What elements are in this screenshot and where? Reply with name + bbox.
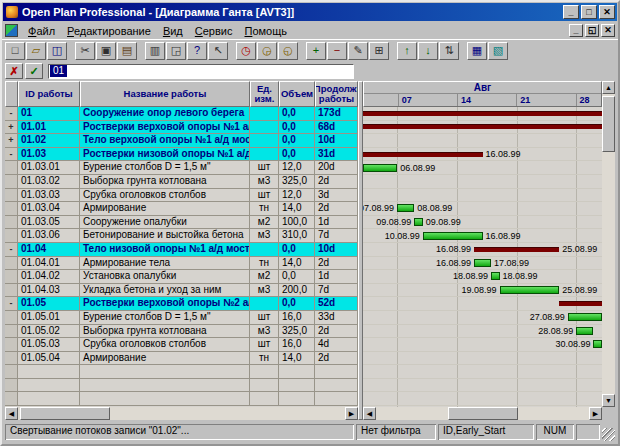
cell-expand[interactable]: - — [5, 148, 18, 162]
cell-expand[interactable]: - — [5, 297, 18, 311]
table-row[interactable]: -01Сооружение опор левого берега0,0173d — [5, 107, 358, 121]
gantt-bar[interactable] — [414, 218, 423, 226]
table-row[interactable]: -01.04Тело низовой опоры №1 а/д моста0,0… — [5, 243, 358, 257]
print-preview-button[interactable]: ◲ — [166, 42, 186, 60]
minimize-button[interactable]: _ — [563, 5, 579, 19]
table-row[interactable] — [5, 379, 358, 393]
column-header-unit[interactable]: Ед. изм. — [250, 81, 279, 107]
gantt-bar[interactable] — [474, 247, 559, 252]
table-row[interactable]: 01.04.01Армирование телатн14,02d — [5, 257, 358, 271]
menu-item-2[interactable]: Вид — [157, 24, 189, 38]
delete-activity-button[interactable]: − — [327, 42, 347, 60]
gantt-hscroll-track[interactable] — [376, 407, 589, 420]
gantt-hscroll-thumb[interactable] — [448, 407, 518, 420]
add-activity-button[interactable]: + — [306, 42, 326, 60]
menu-item-3[interactable]: Сервис — [189, 24, 239, 38]
time-analysis-button[interactable]: ◷ — [236, 42, 256, 60]
vscroll-track[interactable] — [602, 94, 615, 394]
new-file-button[interactable]: □ — [5, 42, 25, 60]
baseline-clock-button[interactable]: ◵ — [278, 42, 298, 60]
menu-item-1[interactable]: Редактирование — [61, 24, 157, 38]
scroll-up-arrow[interactable]: ▲ — [602, 81, 615, 94]
vscroll-thumb[interactable] — [602, 96, 615, 152]
table-horizontal-scrollbar[interactable]: ◀ ▶ — [5, 407, 358, 420]
table-row[interactable]: 01.03.01Бурение столбов D = 1,5 м"шт12,0… — [5, 161, 358, 175]
maximize-button[interactable]: □ — [581, 5, 597, 19]
column-header-name[interactable]: Название работы — [80, 81, 250, 107]
gantt-view-button[interactable]: ▦ — [467, 42, 487, 60]
column-header-id[interactable]: ID работы — [18, 81, 80, 107]
table-row[interactable]: 01.03.04Армированиетн14,02d — [5, 202, 358, 216]
scroll-down-arrow[interactable]: ▼ — [602, 394, 615, 407]
gantt-bar[interactable] — [576, 327, 593, 335]
gantt-bar[interactable] — [559, 301, 602, 306]
table-row[interactable]: 01.05.02Выборка грунта котлованам3325,02… — [5, 325, 358, 339]
vertical-scrollbar[interactable]: ▲ ▼ — [602, 81, 615, 420]
cell-expand[interactable]: - — [5, 107, 18, 121]
menu-item-0[interactable]: Файл — [22, 24, 61, 38]
table-hscroll-track[interactable] — [18, 407, 345, 420]
scroll-left-arrow[interactable]: ◀ — [5, 407, 18, 420]
outline-button[interactable]: ⇅ — [439, 42, 459, 60]
gantt-bar[interactable] — [363, 152, 483, 157]
print-button[interactable]: ▥ — [145, 42, 165, 60]
table-row[interactable]: 01.04.03Укладка бетона и уход за нимм320… — [5, 284, 358, 298]
gantt-bar[interactable] — [363, 111, 602, 116]
table-row[interactable] — [5, 365, 358, 379]
gantt-bar[interactable] — [423, 232, 483, 240]
cancel-edit-button[interactable]: ✗ — [5, 63, 23, 79]
confirm-edit-button[interactable]: ✓ — [25, 63, 43, 79]
table-row[interactable]: 01.04.02Установка опалубким20,01d — [5, 270, 358, 284]
gantt-bar[interactable] — [491, 272, 500, 280]
table-row[interactable]: -01.03Ростверки низовой опоры №1 а/д м0,… — [5, 148, 358, 162]
table-row[interactable]: 01.03.05Сооружение опалубким2100,01d — [5, 216, 358, 230]
column-header-volume[interactable]: Объем — [279, 81, 315, 107]
gantt-horizontal-scrollbar[interactable]: ◀ ▶ — [363, 407, 602, 420]
help-button[interactable]: ? — [187, 42, 207, 60]
gantt-bar[interactable] — [474, 259, 491, 267]
copy-button[interactable]: ▣ — [96, 42, 116, 60]
edit-field[interactable]: 01 — [48, 64, 354, 79]
link-activities-button[interactable]: ⊞ — [369, 42, 389, 60]
gantt-bar[interactable] — [363, 164, 397, 172]
move-up-button[interactable]: ↑ — [397, 42, 417, 60]
gantt-bar[interactable] — [397, 204, 414, 212]
table-hscroll-thumb[interactable] — [20, 407, 110, 420]
gantt-scroll-right-arrow[interactable]: ▶ — [589, 407, 602, 420]
table-row[interactable]: 01.05.01Бурение столбов D = 1,5 м"шт16,0… — [5, 311, 358, 325]
context-help-button[interactable]: ↖ — [208, 42, 228, 60]
save-file-button[interactable]: ◫ — [47, 42, 67, 60]
table-row[interactable]: 01.03.02Выборка грунта котлованам3325,02… — [5, 175, 358, 189]
table-row[interactable]: 01.03.03Срубка оголовков столбовшт12,03d — [5, 189, 358, 203]
gantt-bar[interactable] — [593, 340, 602, 348]
paste-button[interactable]: ▤ — [117, 42, 137, 60]
cut-button[interactable]: ✂ — [75, 42, 95, 60]
column-header-expand[interactable] — [5, 81, 18, 107]
close-button[interactable]: ✕ — [599, 5, 615, 19]
gantt-bar[interactable] — [363, 124, 602, 129]
gantt-bar[interactable] — [568, 313, 602, 321]
table-row[interactable]: 01.03.06Бетонирование и выстойка бетонам… — [5, 229, 358, 243]
table-row[interactable] — [5, 392, 358, 406]
open-file-button[interactable]: ▱ — [26, 42, 46, 60]
child-minimize-button[interactable]: _ — [569, 24, 583, 37]
child-close-button[interactable]: ✕ — [601, 24, 615, 37]
table-row[interactable]: +01.01Ростверки верховой опоры №1 а/д0,0… — [5, 121, 358, 135]
move-down-button[interactable]: ↓ — [418, 42, 438, 60]
gantt-scroll-left-arrow[interactable]: ◀ — [363, 407, 376, 420]
resize-grip[interactable] — [602, 428, 615, 441]
child-window-icon[interactable] — [5, 24, 18, 37]
cell-expand[interactable]: + — [5, 134, 18, 148]
gantt-bar[interactable] — [500, 286, 560, 294]
column-header-duration[interactable]: Продолж. работы — [315, 81, 358, 107]
cell-expand[interactable]: + — [5, 121, 18, 135]
table-row[interactable]: 01.05.03Срубка оголовков столбовшт16,04d — [5, 338, 358, 352]
child-restore-button[interactable]: ◱ — [585, 24, 599, 37]
table-row[interactable]: 01.05.04Армированиетн14,02d — [5, 352, 358, 366]
resource-analysis-button[interactable]: ◶ — [257, 42, 277, 60]
table-row[interactable]: -01.05Ростверки верховой опоры №2 а/д0,0… — [5, 297, 358, 311]
table-view-button[interactable]: ▧ — [488, 42, 508, 60]
edit-notes-button[interactable]: ✎ — [348, 42, 368, 60]
cell-expand[interactable]: - — [5, 243, 18, 257]
scroll-right-arrow[interactable]: ▶ — [345, 407, 358, 420]
